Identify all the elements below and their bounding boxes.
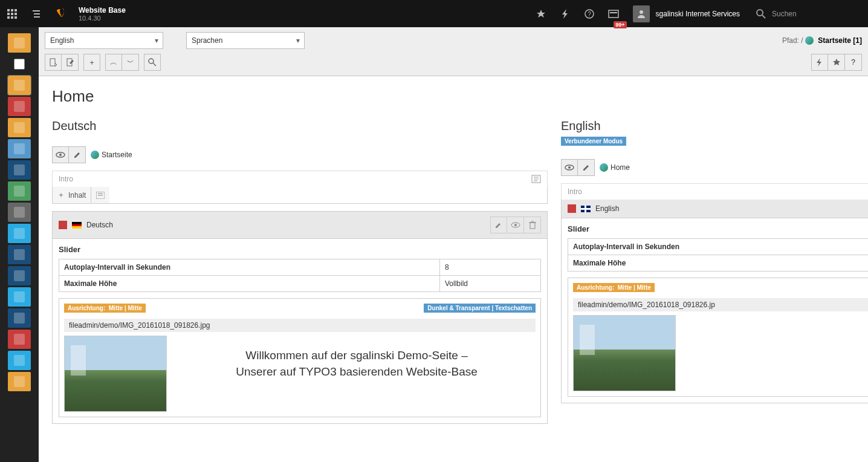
- typo3-logo-icon: [48, 7, 73, 21]
- svg-rect-8: [15, 16, 17, 19]
- search-box[interactable]: Suchen: [747, 9, 868, 19]
- page-name-en: Home: [611, 163, 630, 172]
- module-item-6[interactable]: [8, 160, 31, 180]
- add-content-wizard-button[interactable]: [91, 187, 109, 203]
- doc-open-button[interactable]: [45, 54, 62, 71]
- module-item-4[interactable]: [8, 118, 31, 137]
- site-title: Website Base: [79, 6, 126, 15]
- up-button[interactable]: ︿: [105, 54, 122, 71]
- column-de: Deutsch Startseite Intro ＋ Inhalt: [52, 119, 548, 424]
- search-placeholder: Suchen: [772, 10, 797, 18]
- svg-rect-11: [34, 16, 40, 18]
- module-bar: [0, 27, 39, 462]
- module-item-0[interactable]: [8, 33, 31, 53]
- module-item-9[interactable]: [8, 224, 31, 243]
- svg-line-18: [762, 15, 765, 18]
- svg-point-17: [757, 10, 763, 16]
- slide-title-en: Welcome to the s Our TYPO3-ba: [687, 327, 868, 359]
- search-button[interactable]: [144, 54, 161, 71]
- file-path-en: fileadmin/demo/IMG_20161018_091826.jp: [573, 298, 868, 311]
- svg-rect-4: [11, 13, 13, 15]
- module-item-10[interactable]: [8, 245, 31, 264]
- page-title: Home: [52, 87, 855, 106]
- svg-point-33: [514, 224, 517, 226]
- svg-rect-3: [7, 13, 10, 15]
- svg-rect-2: [15, 9, 17, 11]
- content-element-de: Deutsch Slider Autoplay-Intervall in Sek…: [52, 211, 548, 424]
- flag-en-icon: [581, 206, 591, 212]
- slide-box-de: Ausrichtung: Mitte | Mitte Dunkel & Tran…: [59, 298, 541, 417]
- file-path-de: fileadmin/demo/IMG_20161018_091826.jpg: [64, 319, 536, 332]
- edit-page-en-button[interactable]: [578, 159, 595, 176]
- mode-select[interactable]: Sprachen: [186, 32, 305, 49]
- svg-rect-34: [530, 223, 535, 229]
- star-icon[interactable]: [529, 0, 553, 27]
- svg-rect-7: [11, 16, 13, 19]
- help-icon[interactable]: ?: [577, 0, 601, 27]
- col-heading-en: English: [561, 119, 868, 133]
- help-button[interactable]: ?: [845, 54, 862, 71]
- align-tag-en: Ausrichtung: Mitte | Mitte: [573, 283, 655, 292]
- cache-button[interactable]: [811, 54, 828, 71]
- module-item-8[interactable]: [8, 203, 31, 222]
- image-icon: [59, 221, 67, 229]
- module-item-5[interactable]: [8, 139, 31, 158]
- notifications-icon[interactable]: 99+: [601, 0, 626, 27]
- content-element-en: English Slider Autoplay-Intervall in Sek…: [561, 200, 868, 403]
- ce-hide-button[interactable]: [507, 216, 524, 233]
- section-icon[interactable]: [531, 175, 541, 183]
- module-item-16[interactable]: [8, 372, 31, 391]
- svg-rect-0: [7, 9, 10, 11]
- svg-text:?: ?: [588, 11, 591, 18]
- module-item-1[interactable]: [8, 54, 31, 74]
- svg-rect-1: [11, 9, 13, 11]
- tree-icon[interactable]: [24, 0, 48, 27]
- module-item-12[interactable]: [8, 287, 31, 307]
- align-tag-de: Ausrichtung: Mitte | Mitte: [64, 304, 146, 313]
- globe-icon: [600, 163, 608, 172]
- view-page-en-button[interactable]: [561, 159, 578, 176]
- thumbnail-de: [64, 336, 167, 412]
- language-select[interactable]: English: [45, 32, 163, 49]
- svg-point-21: [149, 59, 154, 63]
- bolt-icon[interactable]: [553, 0, 577, 27]
- page-name-de: Startseite: [102, 151, 132, 159]
- view-buttons: [45, 54, 79, 71]
- slide-box-en: Ausrichtung: Mitte | Mitte fileadmin/dem…: [568, 278, 868, 397]
- site-version: 10.4.30: [79, 15, 126, 22]
- add-content-button[interactable]: ＋ Inhalt: [53, 187, 91, 203]
- module-item-7[interactable]: [8, 181, 31, 201]
- top-bar: Website Base 10.4.30 ? 99+ sgalinski Int…: [0, 0, 868, 27]
- module-item-11[interactable]: [8, 266, 31, 285]
- user-menu[interactable]: sgalinski Internet Services: [626, 5, 747, 22]
- svg-rect-10: [34, 13, 40, 15]
- section-intro-en: Intro: [561, 183, 868, 200]
- doc-edit-button[interactable]: [62, 54, 79, 71]
- module-item-3[interactable]: [8, 97, 31, 116]
- view-page-de-button[interactable]: [52, 146, 69, 163]
- bookmark-button[interactable]: [828, 54, 845, 71]
- module-item-14[interactable]: [8, 330, 31, 349]
- slider-label-en: Slider: [568, 224, 868, 233]
- down-button[interactable]: ﹀: [122, 54, 139, 71]
- ce-edit-button[interactable]: [490, 216, 507, 233]
- globe-icon: [91, 151, 99, 159]
- site-info: Website Base 10.4.30: [73, 6, 132, 22]
- ce-delete-button[interactable]: [524, 216, 541, 233]
- new-content-row: ＋ Inhalt: [52, 187, 548, 204]
- module-item-2[interactable]: [8, 76, 31, 95]
- avatar-icon: [633, 5, 650, 22]
- module-item-15[interactable]: [8, 351, 31, 370]
- globe-icon: [805, 36, 814, 45]
- doc-header: English Sprachen Pfad: / Startseite [1] …: [39, 27, 868, 76]
- edit-page-de-button[interactable]: [69, 146, 86, 163]
- mode-badge: Verbundener Modus: [561, 137, 626, 146]
- style-tag-de: Dunkel & Transparent | Textschatten: [424, 304, 536, 313]
- module-item-13[interactable]: [8, 308, 31, 328]
- new-button[interactable]: ＋: [83, 54, 100, 71]
- svg-rect-9: [33, 10, 40, 11]
- thumbnail-en: [573, 315, 676, 391]
- flag-de-icon: [72, 222, 82, 229]
- svg-line-22: [153, 63, 156, 66]
- apps-icon[interactable]: [0, 0, 24, 27]
